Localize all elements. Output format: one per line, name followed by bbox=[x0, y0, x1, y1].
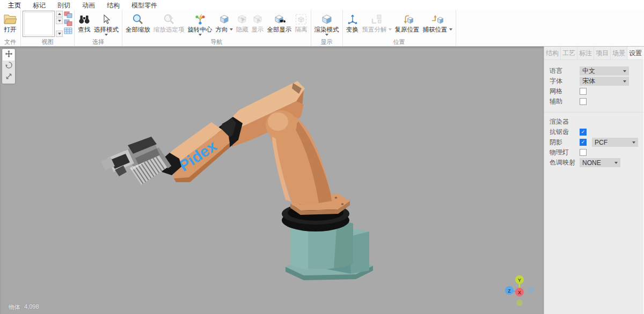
physical-light-label: 物理灯 bbox=[550, 148, 580, 157]
render-mode-button[interactable]: 渲染模式 bbox=[313, 11, 341, 39]
transform-axes-icon bbox=[346, 12, 359, 26]
view-window-icon[interactable] bbox=[64, 11, 72, 18]
tab-structure[interactable]: 结构 bbox=[544, 47, 560, 59]
transform-button[interactable]: 变换 bbox=[345, 11, 361, 39]
chevron-down-icon bbox=[58, 20, 61, 22]
physical-light-checkbox[interactable] bbox=[580, 149, 587, 156]
tone-mapping-select[interactable]: NONE bbox=[580, 158, 620, 167]
capture-position-button[interactable]: 捕获位置 bbox=[421, 11, 454, 39]
font-label: 字体 bbox=[550, 77, 580, 86]
tab-scene[interactable]: 场景 bbox=[610, 47, 627, 59]
chevron-down-icon bbox=[105, 34, 108, 36]
chevron-down-icon bbox=[230, 28, 233, 31]
chevron-down-icon bbox=[449, 28, 452, 31]
menu-bar: 主页 标记 剖切 动画 结构 模型零件 bbox=[0, 0, 644, 10]
chevron-up-icon bbox=[58, 13, 61, 15]
view-scroll-up-button[interactable] bbox=[56, 11, 63, 17]
tab-project[interactable]: 项目 bbox=[594, 47, 610, 59]
select-mode-button[interactable]: 选择模式 bbox=[92, 11, 120, 39]
panel-divider bbox=[544, 112, 643, 113]
isolate-button[interactable]: 隔离 bbox=[294, 11, 309, 39]
show-button[interactable]: 显示 bbox=[250, 11, 266, 39]
grid-row: 网格 bbox=[544, 86, 643, 96]
view-scroll-down-button[interactable] bbox=[56, 18, 63, 24]
menu-tab-model-parts[interactable]: 模型零件 bbox=[126, 0, 163, 10]
chevron-down-icon bbox=[389, 28, 392, 31]
menu-tab-structure[interactable]: 结构 bbox=[101, 0, 126, 10]
ribbon: 打开 文件 视图 bbox=[0, 10, 644, 47]
grid-checkbox[interactable] bbox=[580, 88, 587, 95]
assist-label: 辅助 bbox=[550, 97, 580, 106]
axis-gizmo[interactable]: Y Z X bbox=[499, 266, 542, 309]
zoom-all-button[interactable]: 全部缩放 bbox=[124, 11, 152, 39]
magnifier-icon bbox=[132, 12, 144, 26]
renderer-section-title: 渲染器 bbox=[544, 117, 643, 127]
tab-settings[interactable]: 设置 bbox=[627, 47, 643, 59]
binoculars-icon bbox=[78, 12, 91, 26]
view-more-button[interactable] bbox=[56, 31, 63, 37]
ribbon-group-position: 变换 预置分解 复原位置 捕获位置 位置 bbox=[343, 10, 456, 46]
zoom-selected-button[interactable]: 缩放选定项 bbox=[152, 11, 186, 39]
rotate-tool-button[interactable] bbox=[3, 61, 14, 72]
orientation-cube-icon bbox=[218, 12, 230, 26]
chevron-down-icon bbox=[58, 33, 61, 35]
chevron-down-icon bbox=[199, 34, 202, 36]
ribbon-filler bbox=[456, 10, 644, 46]
shadow-type-select[interactable]: PCF bbox=[592, 138, 638, 147]
menu-tab-animation[interactable]: 动画 bbox=[76, 0, 101, 10]
menu-tab-markup[interactable]: 标记 bbox=[27, 0, 52, 10]
font-row: 字体 宋体 bbox=[544, 76, 643, 86]
view-thumbnail[interactable] bbox=[23, 11, 55, 37]
hide-cube-icon bbox=[236, 12, 248, 26]
shadow-label: 阴影 bbox=[550, 138, 580, 147]
open-button[interactable]: 打开 bbox=[2, 11, 19, 39]
cursor-icon bbox=[101, 12, 112, 26]
ribbon-group-select: 查找 选择模式 选择 bbox=[75, 10, 122, 46]
chevron-down-icon bbox=[623, 70, 626, 72]
tab-process[interactable]: 工艺 bbox=[560, 47, 577, 59]
show-cube-icon bbox=[252, 12, 264, 26]
assist-checkbox[interactable] bbox=[580, 98, 587, 105]
hide-button[interactable]: 隐藏 bbox=[235, 11, 250, 39]
capture-position-icon bbox=[431, 12, 444, 26]
restore-position-icon bbox=[401, 12, 414, 26]
diagonal-arrows-icon bbox=[5, 72, 13, 83]
gizmo-x-label: X bbox=[518, 290, 521, 295]
tone-mapping-label: 色调映射 bbox=[550, 158, 580, 167]
antialias-checkbox[interactable] bbox=[580, 129, 587, 136]
view-window-alt-icon[interactable] bbox=[64, 19, 72, 26]
chevron-down-icon bbox=[632, 141, 635, 144]
physical-light-row: 物理灯 bbox=[544, 147, 643, 158]
orientation-button[interactable]: 方向 bbox=[214, 11, 235, 39]
restore-position-button[interactable]: 复原位置 bbox=[393, 11, 421, 39]
shadow-row: 阴影 PCF bbox=[544, 137, 643, 147]
preset-explode-button[interactable]: 预置分解 bbox=[361, 11, 393, 39]
ribbon-group-display: 渲染模式 显示 bbox=[311, 10, 343, 46]
magnifier-selection-icon bbox=[163, 12, 175, 26]
font-select[interactable]: 宋体 bbox=[580, 77, 629, 86]
language-row: 语言 中文 bbox=[544, 66, 643, 76]
pan-tool-button[interactable] bbox=[3, 49, 14, 61]
chevron-down-icon bbox=[623, 80, 626, 83]
viewport-3d[interactable]: Pidex bbox=[0, 47, 544, 314]
menu-tab-section[interactable]: 剖切 bbox=[52, 0, 76, 10]
find-button[interactable]: 查找 bbox=[76, 11, 92, 39]
view-grid-icon[interactable] bbox=[64, 27, 72, 34]
isolate-cube-icon bbox=[295, 12, 307, 26]
settings-panel: 结构 工艺 标注 项目 场景 设置 语言 中文 字体 宋体 bbox=[544, 47, 643, 314]
robot-arm-model[interactable]: Pidex bbox=[0, 47, 544, 314]
tab-annotation[interactable]: 标注 bbox=[577, 47, 594, 59]
ribbon-group-file: 打开 文件 bbox=[0, 10, 21, 46]
language-select[interactable]: 中文 bbox=[580, 66, 629, 76]
zoom-tool-button[interactable] bbox=[3, 72, 14, 83]
show-all-button[interactable]: 全部显示 bbox=[266, 11, 294, 39]
show-all-cube-icon bbox=[274, 12, 286, 26]
menu-tab-home[interactable]: 主页 bbox=[2, 0, 27, 10]
rotate-center-button[interactable]: 旋转中心 bbox=[186, 11, 214, 39]
gizmo-y-label: Y bbox=[518, 278, 521, 283]
rotate-center-icon bbox=[194, 12, 206, 26]
shadow-checkbox[interactable] bbox=[580, 139, 587, 146]
explode-icon bbox=[370, 12, 383, 26]
viewport-toolbar bbox=[2, 49, 15, 84]
move-arrows-icon bbox=[5, 50, 13, 60]
